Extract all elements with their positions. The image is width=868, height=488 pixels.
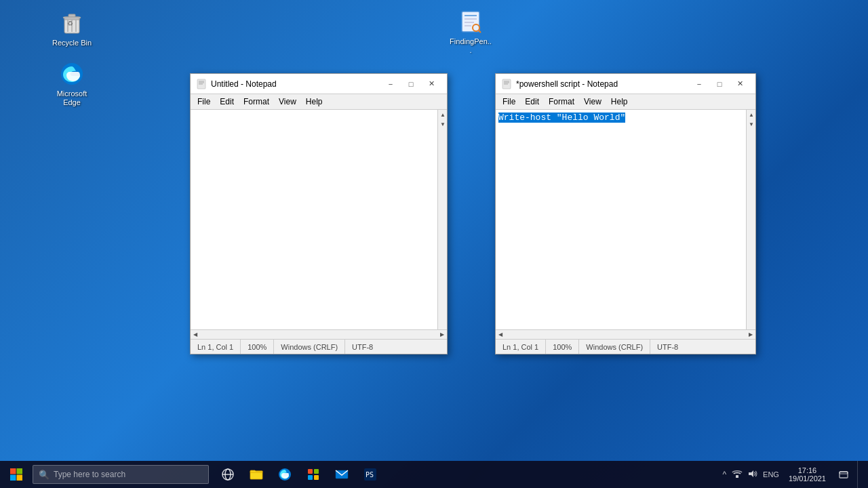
mail-button[interactable] [328, 461, 355, 488]
notepad2-status-position: Ln 1, Col 1 [496, 340, 546, 354]
taskbar-search-bar[interactable]: 🔍 [33, 465, 209, 484]
notepad1-status-encoding: UTF-8 [345, 340, 380, 354]
notepad1-menu-file[interactable]: File [193, 96, 214, 108]
finding-pen-icon-image [457, 8, 484, 35]
notepad2-scroll-up[interactable]: ▲ [747, 110, 755, 119]
tray-expand-icon[interactable]: ^ [721, 468, 728, 481]
recycle-bin-label: Recycle Bin [52, 39, 92, 47]
notepad2-title: *powershell script - Notepad [516, 79, 618, 89]
notifications-icon[interactable] [834, 461, 853, 488]
notepad1-maximize[interactable]: □ [401, 77, 421, 91]
notepad1-menu-edit[interactable]: Edit [216, 96, 238, 108]
notepad2-titlebar[interactable]: *powershell script - Notepad − □ ✕ [496, 74, 755, 94]
windows-logo-icon [9, 468, 23, 481]
notepad2-minimize[interactable]: − [689, 77, 709, 91]
notepad2-status-lineending: Windows (CRLF) [579, 340, 650, 354]
notepad2-content[interactable]: Write-host "Hello World" [496, 110, 746, 329]
finding-pen-label: FindingPen... [449, 37, 492, 55]
notepad1-status-position: Ln 1, Col 1 [191, 340, 241, 354]
edge-icon[interactable]: Microsoft Edge [47, 58, 96, 110]
notepad2-scroll-down[interactable]: ▼ [747, 119, 755, 129]
file-explorer-button[interactable] [243, 461, 270, 488]
notepad2-menu-help[interactable]: Help [607, 96, 632, 108]
notepad2-menu-edit[interactable]: Edit [521, 96, 543, 108]
svg-rect-43 [840, 472, 848, 474]
notepad1-titlebar-icon [196, 79, 207, 89]
notepad2-scrollbar-h[interactable]: ◀ ▶ [496, 329, 755, 339]
taskbar: 🔍 [0, 461, 868, 488]
language-indicator[interactable]: ENG [762, 469, 781, 480]
notepad1-scrollbar-v[interactable]: ▲ ▼ [437, 110, 447, 329]
recycle-bin-icon-image: ♻ [58, 9, 85, 37]
file-explorer-icon [250, 468, 263, 481]
notepad-window-2: *powershell script - Notepad − □ ✕ File … [495, 73, 756, 354]
notepad1-textarea[interactable]: ▏ [191, 110, 437, 329]
notepad2-scrollbar-v[interactable]: ▲ ▼ [746, 110, 755, 329]
notepad2-scroll-left[interactable]: ◀ [496, 330, 505, 340]
task-view-icon [222, 468, 234, 481]
notepad1-scroll-down[interactable]: ▼ [438, 119, 447, 129]
start-button[interactable] [0, 461, 33, 488]
notepad2-statusbar: Ln 1, Col 1 100% Windows (CRLF) UTF-8 [496, 339, 755, 354]
svg-rect-34 [314, 469, 319, 474]
network-icon[interactable] [730, 468, 744, 482]
svg-rect-24 [10, 468, 16, 474]
notepad1-minimize[interactable]: − [380, 77, 401, 91]
clock-date: 19/01/2021 [789, 474, 826, 483]
powershell-icon: PS [363, 468, 377, 481]
notepad1-close[interactable]: ✕ [421, 77, 441, 91]
notepad1-titlebar[interactable]: Untitled - Notepad − □ ✕ [191, 74, 447, 94]
notepad2-status-zoom: 100% [546, 340, 579, 354]
notepad2-text-area[interactable]: Write-host "Hello World" [496, 110, 746, 125]
notepad1-scrollbar-h[interactable]: ◀ ▶ [191, 329, 447, 339]
notepad1-menu-help[interactable]: Help [302, 96, 327, 108]
svg-line-15 [479, 30, 481, 33]
svg-rect-26 [10, 475, 16, 481]
notepad1-menubar: File Edit Format View Help [191, 94, 447, 110]
edge-browser-button[interactable] [271, 461, 298, 488]
system-tray: ^ ENG [721, 468, 780, 482]
edge-icon-image [58, 60, 85, 87]
svg-rect-5 [68, 14, 75, 17]
notepad2-menu-file[interactable]: File [498, 96, 519, 108]
show-desktop-button[interactable] [857, 461, 863, 488]
notepad1-menu-view[interactable]: View [275, 96, 300, 108]
svg-text:PS: PS [366, 471, 374, 479]
svg-rect-36 [314, 475, 319, 480]
store-button[interactable] [300, 461, 327, 488]
notepad1-scroll-up[interactable]: ▲ [438, 110, 447, 119]
svg-rect-9 [462, 12, 479, 32]
network-svg [732, 469, 743, 479]
notepad1-scroll-right[interactable]: ▶ [437, 330, 447, 340]
edge-taskbar-icon [278, 468, 292, 481]
notepad2-menu-view[interactable]: View [580, 96, 606, 108]
notepad1-scroll-left[interactable]: ◀ [191, 330, 200, 340]
mail-icon [335, 468, 349, 481]
notepad2-status-encoding: UTF-8 [650, 340, 685, 354]
taskbar-search-input[interactable] [54, 470, 203, 479]
task-view-button[interactable] [214, 461, 241, 488]
notepad2-maximize[interactable]: □ [709, 77, 730, 91]
notepad2-selected-text: Write-host "Hello World" [498, 113, 625, 123]
finding-pen-icon[interactable]: FindingPen... [446, 5, 495, 58]
notepad2-menu-format[interactable]: Format [545, 96, 578, 108]
taskbar-buttons: PS [214, 461, 384, 488]
notepad1-menu-format[interactable]: Format [239, 96, 273, 108]
notepad2-controls: − □ ✕ [689, 77, 750, 91]
notepad2-close[interactable]: ✕ [730, 77, 750, 91]
notepad1-status-zoom: 100% [241, 340, 274, 354]
notepad-window-1: Untitled - Notepad − □ ✕ File Edit Forma… [190, 73, 448, 354]
volume-icon[interactable] [747, 468, 759, 482]
svg-rect-40 [736, 475, 738, 478]
notepad1-statusbar: Ln 1, Col 1 100% Windows (CRLF) UTF-8 [191, 339, 447, 354]
recycle-bin-icon[interactable]: ♻ Recycle Bin [47, 7, 96, 50]
notifications-svg [839, 470, 848, 479]
system-clock[interactable]: 17:16 19/01/2021 [785, 466, 830, 483]
powershell-button[interactable]: PS [357, 461, 384, 488]
svg-rect-6 [63, 17, 81, 18]
volume-svg [748, 469, 757, 479]
edge-label: Microsoft Edge [50, 89, 94, 107]
notepad2-scroll-right[interactable]: ▶ [746, 330, 755, 340]
clock-time: 17:16 [798, 466, 817, 474]
svg-text:♻: ♻ [67, 20, 73, 27]
